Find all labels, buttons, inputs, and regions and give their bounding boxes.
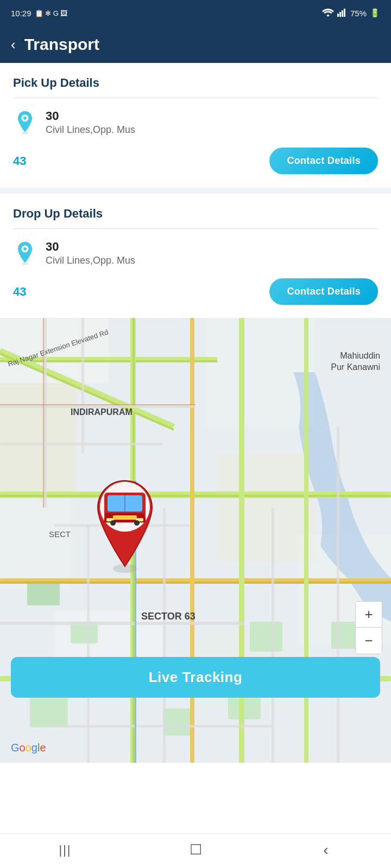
dropup-location-row: 30 Civil Lines,Opp. Mus [13,240,378,266]
google-logo: Google [11,742,46,754]
zoom-in-button[interactable]: + [356,602,382,628]
pickup-number: 30 [46,109,135,123]
main-content: Pick Up Details 30 Civil Lines,Opp. Mus … [0,63,391,763]
status-bar: 10:29 📋 ✻ G 🖼 75% 🔋 [0,0,391,26]
pickup-divider [13,98,378,98]
svg-rect-1 [339,12,341,17]
google-o2: o [26,742,31,754]
svg-rect-31 [0,582,391,584]
svg-rect-11 [0,492,71,589]
map-section: Raj Nagar Extension Elevated Rd INDIRAPU… [0,318,391,763]
map-label-sector63: SECTOR 63 [141,611,195,622]
pickup-contact-btn[interactable]: Contact Details [269,148,378,174]
signal-icon [337,8,347,18]
svg-rect-0 [337,14,339,17]
pickup-pin-icon [13,110,37,134]
nav-back-button[interactable]: ‹ [261,841,391,859]
map-zoom-controls: + − [355,601,382,654]
app-header: ‹ Transport [0,26,391,63]
svg-rect-43 [0,622,244,625]
dropup-location-info: 30 Civil Lines,Opp. Mus [46,240,135,266]
google-g: G [11,742,20,754]
pickup-route-number: 43 [13,154,26,168]
google-e: e [40,742,46,754]
dropup-address: Civil Lines,Opp. Mus [46,255,135,266]
map-label-sect: SECT [49,529,71,539]
google-o1: o [20,742,26,754]
svg-point-64 [110,520,116,526]
dropup-divider [13,228,378,229]
status-right: 75% 🔋 [322,8,380,18]
back-button[interactable]: ‹ [11,36,16,53]
nav-home-button[interactable]: ☐ [130,841,261,858]
svg-point-65 [134,520,140,526]
google-g2: g [31,742,37,754]
dropup-number: 30 [46,240,135,254]
dropup-section-title: Drop Up Details [13,207,378,221]
svg-rect-2 [342,10,343,17]
time-display: 10:29 [11,9,31,18]
dropup-route-number: 43 [13,285,26,299]
zoom-out-button[interactable]: − [356,628,382,654]
map-label-mahiuddinpur: MahiuddinPur Kanawni [331,350,380,373]
pickup-address: Civil Lines,Opp. Mus [46,124,135,136]
live-tracking-button[interactable]: Live Tracking [11,657,380,698]
nav-bar: ||| ☐ ‹ [0,833,391,868]
svg-rect-19 [250,622,282,652]
battery-icon: 🔋 [370,8,380,18]
notification-icons: 📋 ✻ G 🖼 [35,9,68,17]
section-separator-1 [0,187,391,194]
page-title: Transport [24,35,99,54]
pickup-action-row: 43 Contact Details [13,145,378,178]
svg-rect-10 [0,383,76,492]
svg-rect-49 [272,508,274,763]
pickup-location-row: 30 Civil Lines,Opp. Mus [13,109,378,136]
svg-rect-29 [0,495,391,497]
pickup-section-title: Pick Up Details [13,76,378,90]
pickup-location-info: 30 Civil Lines,Opp. Mus [46,109,135,136]
wifi-icon [322,8,334,18]
svg-rect-25 [163,709,193,736]
dropup-section: Drop Up Details 30 Civil Lines,Opp. Mus … [0,194,391,318]
bus-pin-svg [87,475,163,573]
nav-menu-button[interactable]: ||| [0,843,130,857]
dropup-contact-btn[interactable]: Contact Details [269,278,378,305]
bus-pin-marker [87,475,163,573]
battery-display: 75% [350,9,367,18]
svg-rect-48 [163,508,166,763]
svg-rect-3 [344,9,345,17]
svg-rect-63 [113,515,137,520]
svg-rect-24 [30,698,68,727]
dropup-action-row: 43 Contact Details [13,276,378,309]
status-left: 10:29 📋 ✻ G 🖼 [11,9,68,18]
svg-rect-50 [337,426,339,763]
pickup-section: Pick Up Details 30 Civil Lines,Opp. Mus … [0,63,391,187]
map-label-indirapuram: INDIRAPURAM [71,407,133,417]
dropup-pin-icon [13,241,37,265]
